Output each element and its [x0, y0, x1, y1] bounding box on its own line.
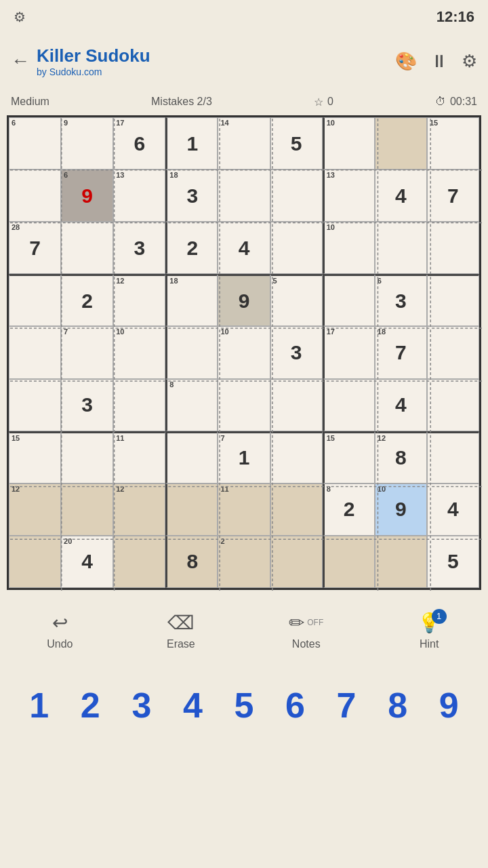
- numpad-button-6[interactable]: 6: [275, 685, 316, 726]
- table-row[interactable]: 15: [323, 431, 375, 484]
- table-row[interactable]: 12: [113, 274, 165, 326]
- table-row[interactable]: [270, 536, 323, 588]
- hint-button[interactable]: 💡 1 Hint: [418, 612, 441, 650]
- table-row[interactable]: 287: [9, 222, 61, 274]
- table-row[interactable]: [9, 274, 61, 326]
- table-row[interactable]: 2: [218, 536, 270, 588]
- table-row[interactable]: 3: [270, 326, 323, 378]
- table-row[interactable]: [270, 170, 323, 222]
- table-row[interactable]: [270, 431, 323, 484]
- numpad-button-7[interactable]: 7: [326, 685, 367, 726]
- table-row[interactable]: 12: [9, 484, 61, 536]
- table-row[interactable]: 15: [427, 117, 479, 170]
- table-row[interactable]: 8: [165, 379, 218, 431]
- table-row[interactable]: 12: [113, 484, 165, 536]
- table-row[interactable]: 17: [323, 326, 375, 378]
- table-row[interactable]: 10: [218, 326, 270, 378]
- notes-button[interactable]: ✏ OFF Notes: [289, 612, 323, 650]
- table-row[interactable]: 183: [165, 170, 218, 222]
- numpad-button-1[interactable]: 1: [19, 685, 60, 726]
- table-row[interactable]: [427, 222, 479, 274]
- table-row[interactable]: 6: [9, 117, 61, 170]
- table-row[interactable]: 4: [375, 379, 427, 431]
- numpad-button-8[interactable]: 8: [378, 685, 418, 726]
- table-row[interactable]: [270, 222, 323, 274]
- table-row[interactable]: [375, 536, 427, 588]
- table-row[interactable]: [61, 222, 113, 274]
- table-row[interactable]: 71: [218, 431, 270, 484]
- table-row[interactable]: 9: [218, 274, 270, 326]
- table-row[interactable]: 10: [113, 326, 165, 378]
- table-row[interactable]: 7: [61, 326, 113, 378]
- table-row[interactable]: 11: [113, 431, 165, 484]
- table-row[interactable]: 5: [270, 117, 323, 170]
- pause-icon[interactable]: ⏸: [430, 51, 448, 72]
- table-row[interactable]: 10: [323, 222, 375, 274]
- erase-button[interactable]: ⌫ Erase: [167, 612, 195, 650]
- table-row[interactable]: [427, 274, 479, 326]
- table-row[interactable]: [375, 117, 427, 170]
- table-row[interactable]: [165, 484, 218, 536]
- table-row[interactable]: [427, 431, 479, 484]
- table-row[interactable]: [9, 170, 61, 222]
- table-row[interactable]: 2: [165, 222, 218, 274]
- table-row[interactable]: [218, 170, 270, 222]
- numpad-button-2[interactable]: 2: [70, 685, 110, 726]
- settings-icon[interactable]: ⚙: [462, 51, 477, 72]
- table-row[interactable]: [165, 326, 218, 378]
- table-row[interactable]: 69: [61, 170, 113, 222]
- table-row[interactable]: 3: [113, 222, 165, 274]
- palette-icon[interactable]: 🎨: [395, 51, 417, 72]
- table-row[interactable]: 15: [9, 431, 61, 484]
- table-row[interactable]: 8: [165, 536, 218, 588]
- table-row[interactable]: [323, 379, 375, 431]
- table-row[interactable]: 109: [375, 484, 427, 536]
- table-row[interactable]: [61, 431, 113, 484]
- table-row[interactable]: [427, 379, 479, 431]
- table-row[interactable]: 187: [375, 326, 427, 378]
- table-row[interactable]: [165, 431, 218, 484]
- table-row[interactable]: 5: [427, 536, 479, 588]
- cage-sum: 5: [273, 277, 277, 285]
- table-row[interactable]: 18: [165, 274, 218, 326]
- table-row[interactable]: [270, 484, 323, 536]
- numpad-button-5[interactable]: 5: [224, 685, 264, 726]
- table-row[interactable]: 14: [218, 117, 270, 170]
- table-row[interactable]: 13: [113, 170, 165, 222]
- table-row[interactable]: [427, 326, 479, 378]
- table-row[interactable]: 10: [323, 117, 375, 170]
- table-row[interactable]: 9: [61, 117, 113, 170]
- table-row[interactable]: 2: [61, 274, 113, 326]
- numpad-button-9[interactable]: 9: [428, 685, 469, 726]
- table-row[interactable]: [323, 536, 375, 588]
- table-row[interactable]: 4: [427, 484, 479, 536]
- table-row[interactable]: [113, 379, 165, 431]
- table-row[interactable]: 3: [61, 379, 113, 431]
- table-row[interactable]: [323, 274, 375, 326]
- table-row[interactable]: [61, 484, 113, 536]
- table-row[interactable]: 7: [427, 170, 479, 222]
- numpad-button-4[interactable]: 4: [172, 685, 213, 726]
- table-row[interactable]: 1: [165, 117, 218, 170]
- table-row[interactable]: 63: [375, 274, 427, 326]
- table-row[interactable]: [113, 536, 165, 588]
- sudoku-grid[interactable]: 6917611451015691318313472873241021218956…: [7, 115, 481, 590]
- back-button[interactable]: ←: [11, 50, 30, 72]
- table-row[interactable]: [270, 379, 323, 431]
- table-row[interactable]: [9, 379, 61, 431]
- table-row[interactable]: 4: [218, 222, 270, 274]
- table-row[interactable]: 204: [61, 536, 113, 588]
- table-row[interactable]: [9, 536, 61, 588]
- table-row[interactable]: 11: [218, 484, 270, 536]
- numpad-button-3[interactable]: 3: [121, 685, 162, 726]
- table-row[interactable]: [375, 222, 427, 274]
- table-row[interactable]: 128: [375, 431, 427, 484]
- table-row[interactable]: 13: [323, 170, 375, 222]
- table-row[interactable]: [218, 379, 270, 431]
- table-row[interactable]: 82: [323, 484, 375, 536]
- table-row[interactable]: 5: [270, 274, 323, 326]
- table-row[interactable]: 4: [375, 170, 427, 222]
- undo-button[interactable]: ↩ Undo: [47, 612, 73, 650]
- table-row[interactable]: [9, 326, 61, 378]
- table-row[interactable]: 176: [113, 117, 165, 170]
